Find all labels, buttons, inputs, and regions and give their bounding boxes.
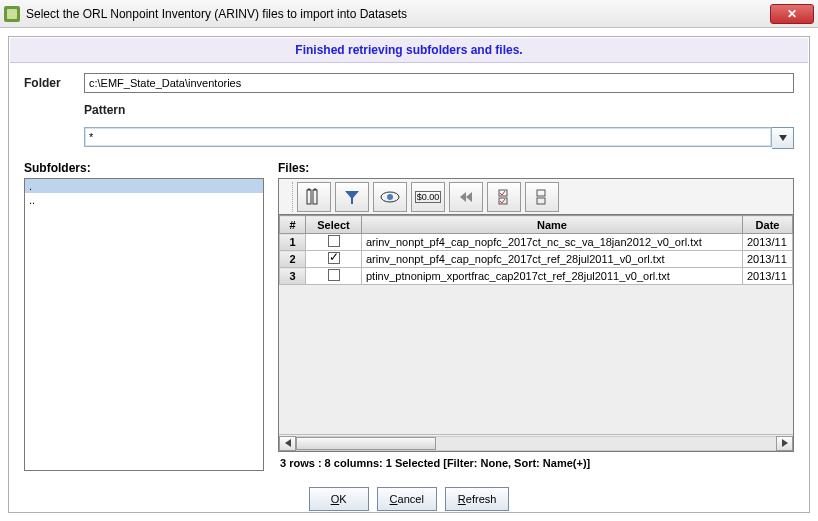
cancel-rest: ancel: [398, 493, 424, 505]
row-number: 3: [280, 268, 306, 285]
first-icon: [458, 190, 474, 204]
scroll-track[interactable]: [296, 436, 776, 451]
columns-button[interactable]: [297, 182, 331, 212]
format-button[interactable]: $0.00: [411, 182, 445, 212]
files-toolbar: $0.00: [278, 178, 794, 214]
refresh-rest: efresh: [466, 493, 497, 505]
toolbar-grip: [281, 182, 293, 212]
ok-rest: K: [339, 493, 346, 505]
file-name-cell: ptinv_ptnonipm_xportfrac_cap2017ct_ref_2…: [362, 268, 743, 285]
row-number: 2: [280, 251, 306, 268]
status-message: Finished retrieving subfolders and files…: [10, 38, 808, 63]
chevron-right-icon: [782, 439, 788, 447]
col-header-date[interactable]: Date: [743, 216, 793, 234]
table-row[interactable]: 2 arinv_nonpt_pf4_cap_nopfc_2017ct_ref_2…: [280, 251, 793, 268]
columns-icon: [305, 188, 323, 206]
svg-rect-10: [537, 190, 545, 196]
svg-marker-0: [779, 135, 787, 141]
folder-label: Folder: [24, 76, 84, 90]
file-date-cell: 2013/11: [743, 251, 793, 268]
select-none-button[interactable]: [525, 182, 559, 212]
svg-rect-11: [537, 198, 545, 204]
file-name-cell: arinv_nonpt_pf4_cap_nopfc_2017ct_nc_sc_v…: [362, 234, 743, 251]
eye-icon: [380, 191, 400, 203]
svg-rect-1: [307, 190, 311, 204]
row-select-checkbox[interactable]: [328, 235, 340, 247]
ok-button[interactable]: OK: [309, 487, 369, 511]
files-label: Files:: [278, 161, 794, 175]
refresh-mnemonic: R: [458, 493, 466, 505]
pattern-dropdown-button[interactable]: [772, 127, 794, 149]
filter-icon: [343, 188, 361, 206]
svg-rect-2: [313, 190, 317, 204]
select-all-button[interactable]: [487, 182, 521, 212]
file-name-cell: arinv_nonpt_pf4_cap_nopfc_2017ct_ref_28j…: [362, 251, 743, 268]
subfolders-list[interactable]: . ..: [24, 178, 264, 471]
pattern-input[interactable]: [84, 127, 772, 147]
refresh-button[interactable]: Refresh: [445, 487, 510, 511]
select-all-icon: [497, 188, 511, 206]
close-icon: ✕: [787, 7, 797, 21]
svg-point-5: [387, 194, 393, 200]
col-header-name[interactable]: Name: [362, 216, 743, 234]
grid-status: 3 rows : 8 columns: 1 Selected [Filter: …: [278, 452, 794, 471]
col-header-select[interactable]: Select: [306, 216, 362, 234]
svg-marker-13: [782, 439, 788, 447]
list-item[interactable]: .: [25, 179, 263, 193]
titlebar: Select the ORL Nonpoint Inventory (ARINV…: [0, 0, 818, 28]
ok-mnemonic: O: [331, 493, 340, 505]
table-row[interactable]: 1 arinv_nonpt_pf4_cap_nopfc_2017ct_nc_sc…: [280, 234, 793, 251]
svg-marker-3: [345, 191, 359, 204]
scroll-right-button[interactable]: [776, 436, 793, 451]
subfolders-label: Subfolders:: [24, 161, 264, 175]
file-date-cell: 2013/11: [743, 268, 793, 285]
format-icon: $0.00: [415, 191, 442, 203]
table-row[interactable]: 3 ptinv_ptnonipm_xportfrac_cap2017ct_ref…: [280, 268, 793, 285]
view-button[interactable]: [373, 182, 407, 212]
col-header-rownum[interactable]: #: [280, 216, 306, 234]
pattern-label: Pattern: [84, 103, 770, 117]
cancel-button[interactable]: Cancel: [377, 487, 437, 511]
window-title: Select the ORL Nonpoint Inventory (ARINV…: [26, 7, 770, 21]
chevron-down-icon: [779, 135, 787, 141]
svg-marker-6: [466, 192, 472, 202]
horizontal-scrollbar[interactable]: [279, 434, 793, 451]
svg-marker-7: [460, 192, 466, 202]
cancel-mnemonic: C: [390, 493, 398, 505]
files-grid[interactable]: # Select Name Date 1 arinv_: [278, 214, 794, 452]
scroll-left-button[interactable]: [279, 436, 296, 451]
row-select-checkbox[interactable]: [328, 269, 340, 281]
row-number: 1: [280, 234, 306, 251]
list-item[interactable]: ..: [25, 193, 263, 207]
svg-marker-12: [285, 439, 291, 447]
app-icon: [4, 6, 20, 22]
main-panel: Finished retrieving subfolders and files…: [8, 36, 810, 513]
chevron-left-icon: [285, 439, 291, 447]
select-none-icon: [535, 188, 549, 206]
filter-button[interactable]: [335, 182, 369, 212]
file-date-cell: 2013/11: [743, 234, 793, 251]
scroll-thumb[interactable]: [296, 437, 436, 450]
folder-input[interactable]: [84, 73, 794, 93]
row-select-checkbox[interactable]: [328, 252, 340, 264]
first-page-button[interactable]: [449, 182, 483, 212]
close-button[interactable]: ✕: [770, 4, 814, 24]
